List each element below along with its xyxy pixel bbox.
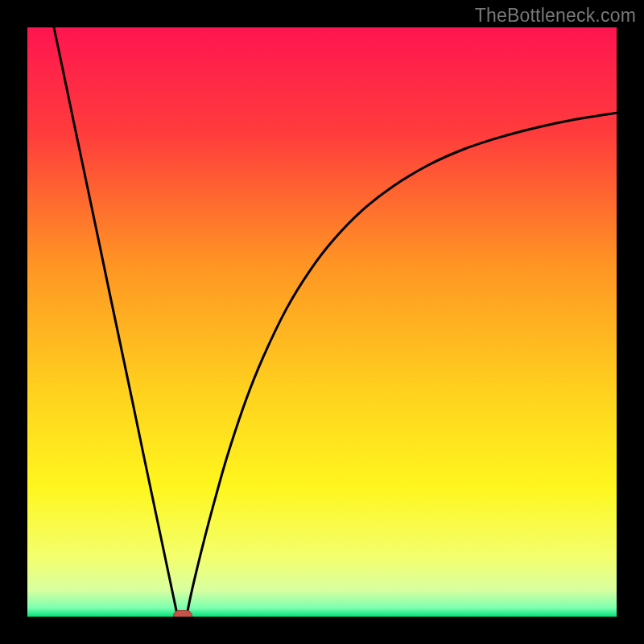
optimum-marker <box>173 610 192 617</box>
plot-area <box>27 27 617 617</box>
watermark-text: TheBottleneck.com <box>475 5 636 27</box>
chart-frame: TheBottleneck.com <box>0 0 644 644</box>
bottleneck-curve <box>27 27 617 617</box>
